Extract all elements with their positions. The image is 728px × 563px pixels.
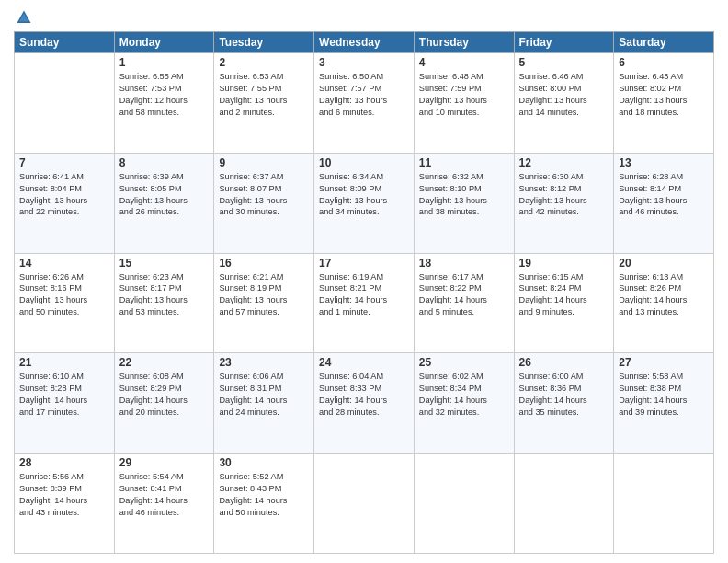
day-info: Sunrise: 6:46 AM Sunset: 8:00 PM Dayligh…: [519, 71, 609, 119]
logo: [14, 9, 36, 26]
page: SundayMondayTuesdayWednesdayThursdayFrid…: [0, 0, 728, 563]
day-cell: 12Sunrise: 6:30 AM Sunset: 8:12 PM Dayli…: [514, 153, 614, 253]
day-number: 5: [519, 56, 609, 69]
day-number: 23: [219, 356, 309, 369]
day-info: Sunrise: 6:08 AM Sunset: 8:29 PM Dayligh…: [119, 371, 210, 419]
weekday-header-monday: Monday: [114, 32, 214, 53]
day-cell: 26Sunrise: 6:00 AM Sunset: 8:36 PM Dayli…: [514, 353, 614, 454]
day-info: Sunrise: 6:28 AM Sunset: 8:14 PM Dayligh…: [619, 171, 709, 219]
day-cell: 21Sunrise: 6:10 AM Sunset: 8:28 PM Dayli…: [15, 353, 115, 454]
day-cell: 7Sunrise: 6:41 AM Sunset: 8:04 PM Daylig…: [15, 153, 115, 253]
day-cell: 14Sunrise: 6:26 AM Sunset: 8:16 PM Dayli…: [15, 253, 115, 353]
day-cell: 28Sunrise: 5:56 AM Sunset: 8:39 PM Dayli…: [15, 454, 115, 554]
day-info: Sunrise: 6:19 AM Sunset: 8:21 PM Dayligh…: [319, 271, 409, 319]
weekday-header-row: SundayMondayTuesdayWednesdayThursdayFrid…: [15, 32, 714, 53]
day-number: 29: [119, 456, 210, 469]
day-number: 3: [319, 56, 409, 69]
week-row-4: 28Sunrise: 5:56 AM Sunset: 8:39 PM Dayli…: [15, 454, 714, 554]
day-cell: 2Sunrise: 6:53 AM Sunset: 7:55 PM Daylig…: [214, 53, 314, 154]
day-cell: 22Sunrise: 6:08 AM Sunset: 8:29 PM Dayli…: [114, 353, 214, 454]
day-cell: 30Sunrise: 5:52 AM Sunset: 8:43 PM Dayli…: [214, 454, 314, 554]
day-number: 13: [619, 156, 709, 169]
day-cell: 13Sunrise: 6:28 AM Sunset: 8:14 PM Dayli…: [614, 153, 714, 253]
day-info: Sunrise: 6:43 AM Sunset: 8:02 PM Dayligh…: [619, 71, 709, 119]
logo-icon: [16, 9, 32, 26]
weekday-header-tuesday: Tuesday: [214, 32, 314, 53]
day-info: Sunrise: 6:37 AM Sunset: 8:07 PM Dayligh…: [219, 171, 309, 219]
day-number: 11: [419, 156, 509, 169]
day-number: 14: [19, 257, 109, 270]
day-info: Sunrise: 6:21 AM Sunset: 8:19 PM Dayligh…: [219, 271, 309, 319]
day-cell: 19Sunrise: 6:15 AM Sunset: 8:24 PM Dayli…: [514, 253, 614, 353]
day-info: Sunrise: 6:30 AM Sunset: 8:12 PM Dayligh…: [519, 171, 609, 219]
day-cell: 18Sunrise: 6:17 AM Sunset: 8:22 PM Dayli…: [414, 253, 514, 353]
day-cell: 1Sunrise: 6:55 AM Sunset: 7:53 PM Daylig…: [114, 53, 214, 154]
day-info: Sunrise: 5:56 AM Sunset: 8:39 PM Dayligh…: [19, 471, 109, 519]
weekday-header-wednesday: Wednesday: [314, 32, 415, 53]
day-number: 16: [219, 257, 309, 270]
week-row-1: 7Sunrise: 6:41 AM Sunset: 8:04 PM Daylig…: [15, 153, 714, 253]
day-cell: [514, 454, 614, 554]
weekday-header-sunday: Sunday: [15, 32, 115, 53]
day-info: Sunrise: 6:02 AM Sunset: 8:34 PM Dayligh…: [419, 371, 509, 419]
day-number: 28: [19, 456, 109, 469]
day-cell: 15Sunrise: 6:23 AM Sunset: 8:17 PM Dayli…: [114, 253, 214, 353]
day-cell: 11Sunrise: 6:32 AM Sunset: 8:10 PM Dayli…: [414, 153, 514, 253]
day-number: 15: [119, 257, 210, 270]
day-number: 22: [119, 356, 210, 369]
day-info: Sunrise: 6:17 AM Sunset: 8:22 PM Dayligh…: [419, 271, 509, 319]
day-number: 7: [19, 156, 109, 169]
day-number: 27: [619, 356, 709, 369]
day-cell: 10Sunrise: 6:34 AM Sunset: 8:09 PM Dayli…: [314, 153, 415, 253]
calendar-table: SundayMondayTuesdayWednesdayThursdayFrid…: [14, 31, 714, 554]
day-info: Sunrise: 6:13 AM Sunset: 8:26 PM Dayligh…: [619, 271, 709, 319]
day-info: Sunrise: 6:50 AM Sunset: 7:57 PM Dayligh…: [319, 71, 409, 119]
week-row-3: 21Sunrise: 6:10 AM Sunset: 8:28 PM Dayli…: [15, 353, 714, 454]
day-cell: 29Sunrise: 5:54 AM Sunset: 8:41 PM Dayli…: [114, 454, 214, 554]
day-number: 17: [319, 257, 409, 270]
day-cell: [314, 454, 415, 554]
header: [14, 9, 714, 26]
day-cell: 4Sunrise: 6:48 AM Sunset: 7:59 PM Daylig…: [414, 53, 514, 154]
day-info: Sunrise: 6:53 AM Sunset: 7:55 PM Dayligh…: [219, 71, 309, 119]
day-info: Sunrise: 6:48 AM Sunset: 7:59 PM Dayligh…: [419, 71, 509, 119]
day-cell: 5Sunrise: 6:46 AM Sunset: 8:00 PM Daylig…: [514, 53, 614, 154]
weekday-header-friday: Friday: [514, 32, 614, 53]
day-number: 6: [619, 56, 709, 69]
day-info: Sunrise: 6:10 AM Sunset: 8:28 PM Dayligh…: [19, 371, 109, 419]
day-info: Sunrise: 6:55 AM Sunset: 7:53 PM Dayligh…: [119, 71, 210, 119]
day-info: Sunrise: 6:04 AM Sunset: 8:33 PM Dayligh…: [319, 371, 409, 419]
day-info: Sunrise: 6:06 AM Sunset: 8:31 PM Dayligh…: [219, 371, 309, 419]
day-info: Sunrise: 6:34 AM Sunset: 8:09 PM Dayligh…: [319, 171, 409, 219]
day-cell: 27Sunrise: 5:58 AM Sunset: 8:38 PM Dayli…: [614, 353, 714, 454]
day-cell: 17Sunrise: 6:19 AM Sunset: 8:21 PM Dayli…: [314, 253, 415, 353]
day-info: Sunrise: 6:39 AM Sunset: 8:05 PM Dayligh…: [119, 171, 210, 219]
day-number: 8: [119, 156, 210, 169]
week-row-0: 1Sunrise: 6:55 AM Sunset: 7:53 PM Daylig…: [15, 53, 714, 154]
day-info: Sunrise: 6:26 AM Sunset: 8:16 PM Dayligh…: [19, 271, 109, 319]
day-number: 9: [219, 156, 309, 169]
week-row-2: 14Sunrise: 6:26 AM Sunset: 8:16 PM Dayli…: [15, 253, 714, 353]
day-info: Sunrise: 5:52 AM Sunset: 8:43 PM Dayligh…: [219, 471, 309, 519]
day-number: 10: [319, 156, 409, 169]
day-number: 12: [519, 156, 609, 169]
day-cell: 16Sunrise: 6:21 AM Sunset: 8:19 PM Dayli…: [214, 253, 314, 353]
day-number: 21: [19, 356, 109, 369]
day-info: Sunrise: 6:23 AM Sunset: 8:17 PM Dayligh…: [119, 271, 210, 319]
day-cell: 20Sunrise: 6:13 AM Sunset: 8:26 PM Dayli…: [614, 253, 714, 353]
day-info: Sunrise: 6:00 AM Sunset: 8:36 PM Dayligh…: [519, 371, 609, 419]
day-number: 20: [619, 257, 709, 270]
day-cell: 9Sunrise: 6:37 AM Sunset: 8:07 PM Daylig…: [214, 153, 314, 253]
day-cell: [15, 53, 115, 154]
day-number: 26: [519, 356, 609, 369]
day-number: 30: [219, 456, 309, 469]
day-cell: 25Sunrise: 6:02 AM Sunset: 8:34 PM Dayli…: [414, 353, 514, 454]
day-info: Sunrise: 6:15 AM Sunset: 8:24 PM Dayligh…: [519, 271, 609, 319]
day-cell: 23Sunrise: 6:06 AM Sunset: 8:31 PM Dayli…: [214, 353, 314, 454]
day-number: 2: [219, 56, 309, 69]
day-cell: [414, 454, 514, 554]
day-number: 1: [119, 56, 210, 69]
day-info: Sunrise: 6:32 AM Sunset: 8:10 PM Dayligh…: [419, 171, 509, 219]
day-cell: 6Sunrise: 6:43 AM Sunset: 8:02 PM Daylig…: [614, 53, 714, 154]
weekday-header-saturday: Saturday: [614, 32, 714, 53]
